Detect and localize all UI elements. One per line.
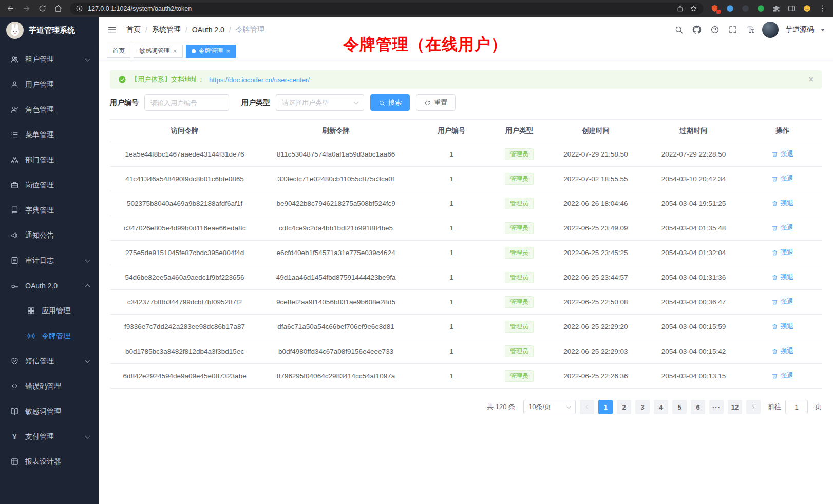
browser-home-icon[interactable]	[54, 4, 63, 13]
force-logout-button[interactable]: 强退	[771, 346, 793, 356]
font-size-icon[interactable]	[746, 25, 755, 34]
page-tab[interactable]: 首页	[107, 45, 130, 58]
chevron-down-icon[interactable]	[821, 29, 825, 31]
sidebar-item[interactable]: 短信管理	[0, 348, 99, 374]
search-icon[interactable]	[674, 25, 684, 34]
sidebar-item-label: 角色管理	[25, 105, 54, 114]
pagination-page-button[interactable]: 2	[617, 400, 631, 414]
sidebar-item-label: 应用管理	[42, 306, 70, 316]
force-logout-label: 强退	[780, 273, 793, 282]
sidebar-item[interactable]: 应用管理	[0, 298, 99, 323]
browser-back-icon[interactable]	[6, 4, 15, 13]
doc-link[interactable]: https://doc.iocoder.cn/user-center/	[209, 76, 310, 84]
force-logout-button[interactable]: 强退	[771, 371, 793, 380]
expire-time-cell: 2054-03-04 00:13:15	[643, 364, 743, 389]
chevron-down-icon	[354, 100, 359, 105]
sidebar-item-label: 支付管理	[25, 432, 54, 441]
sidebar-item[interactable]: ¥支付管理	[0, 424, 99, 449]
table-row: 54d6be82ee5a460a9aedc1f9bf22365649d1aa46…	[110, 265, 822, 290]
green-extension-icon[interactable]	[756, 4, 765, 13]
app-logo[interactable]: 芋道管理系统	[0, 17, 99, 44]
sidebar-item[interactable]: 用户管理	[0, 72, 99, 97]
sidebar-item[interactable]: 报表设计器	[0, 449, 99, 474]
browser-profile-avatar[interactable]	[803, 4, 811, 13]
token-table: 访问令牌刷新令牌用户编号用户类型创建时间过期时间操作 1ea5e44f8bc14…	[110, 119, 822, 389]
force-logout-button[interactable]: 强退	[771, 322, 793, 331]
sidebar-item[interactable]: 审计日志	[0, 248, 99, 273]
sidebar-item[interactable]: 菜单管理	[0, 122, 99, 147]
pagination-page-button[interactable]: 4	[654, 400, 668, 414]
reset-button[interactable]: 重置	[416, 94, 456, 111]
address-bar[interactable]: 127.0.0.1:1024/system/oauth2/token	[70, 3, 703, 15]
success-check-icon	[118, 75, 126, 84]
user-type-select[interactable]: 请选择用户类型	[276, 94, 364, 111]
help-icon[interactable]	[710, 25, 720, 34]
user-id-label: 用户编号	[110, 98, 139, 107]
share-icon[interactable]	[676, 5, 684, 12]
breadcrumb-item[interactable]: 首页	[126, 25, 141, 34]
breadcrumb-item[interactable]: OAuth 2.0	[192, 26, 224, 34]
sensitive-icon	[10, 407, 19, 416]
sidebar-item[interactable]: 岗位管理	[0, 172, 99, 198]
sidebar-item[interactable]: 令牌管理	[0, 323, 99, 348]
bookmark-star-icon[interactable]	[690, 5, 697, 12]
alert-close-icon[interactable]: ×	[809, 75, 813, 84]
breadcrumb-separator: /	[229, 26, 231, 34]
force-logout-button[interactable]: 强退	[771, 248, 793, 257]
alert-text: 【用户体系】文档地址：	[131, 75, 204, 84]
extensions-puzzle-icon[interactable]	[772, 4, 781, 13]
user-id-input[interactable]	[144, 94, 229, 111]
blue-extension-icon[interactable]	[726, 4, 734, 13]
sidebar-item[interactable]: 字典管理	[0, 198, 99, 223]
tab-close-icon[interactable]: ×	[226, 48, 231, 54]
breadcrumb-item[interactable]: 系统管理	[152, 25, 181, 34]
user-type-badge: 管理员	[505, 272, 534, 283]
pagination-prev-button[interactable]	[580, 400, 594, 414]
trash-icon	[771, 176, 778, 182]
page-size-select[interactable]: 10条/页	[523, 400, 576, 414]
user-avatar[interactable]	[762, 22, 779, 38]
pagination-page-button[interactable]: 1	[598, 400, 613, 414]
sidebar-item[interactable]: 错误码管理	[0, 374, 99, 399]
page-tab[interactable]: 敏感词管理×	[134, 45, 183, 58]
notice-icon	[10, 231, 19, 240]
refresh-token-cell: e6cfd40eb1f54571a31e775e039c4624	[259, 241, 412, 265]
dark-extension-icon[interactable]	[741, 4, 750, 13]
username[interactable]: 芋道源码	[785, 25, 814, 34]
sidebar-item[interactable]: 角色管理	[0, 97, 99, 122]
tab-close-icon[interactable]: ×	[173, 48, 177, 54]
sidebar-toggle-icon[interactable]	[107, 25, 117, 35]
sidebar-item[interactable]: OAuth 2.0	[0, 273, 99, 298]
pagination-page-button[interactable]: 5	[672, 400, 687, 414]
pagination-next-button[interactable]	[746, 400, 761, 414]
browser-reload-icon[interactable]	[38, 4, 47, 13]
split-view-icon[interactable]	[787, 4, 796, 13]
search-button[interactable]: 搜索	[370, 94, 410, 111]
goto-page-input[interactable]	[785, 400, 808, 414]
table-row: 6d842e2924594de9a09e45e087323abe8796295f…	[110, 364, 822, 389]
pagination-page-button[interactable]: 12	[728, 400, 742, 414]
force-logout-button[interactable]: 强退	[771, 273, 793, 282]
force-logout-button[interactable]: 强退	[771, 297, 793, 306]
force-logout-button[interactable]: 强退	[771, 174, 793, 183]
github-icon[interactable]	[692, 25, 702, 34]
action-cell: 强退	[744, 290, 822, 315]
sidebar-item[interactable]: 租户管理	[0, 47, 99, 72]
browser-extensions	[710, 4, 827, 13]
pagination-page-button[interactable]: 6	[691, 400, 705, 414]
page-tab[interactable]: 令牌管理×	[186, 45, 236, 58]
sidebar-item[interactable]: 部门管理	[0, 147, 99, 172]
fullscreen-icon[interactable]	[728, 25, 737, 34]
force-logout-button[interactable]: 强退	[771, 223, 793, 232]
browser-forward-icon[interactable]	[22, 4, 31, 13]
pagination-page-button[interactable]: 3	[635, 400, 650, 414]
pagination-more-button[interactable]: ···	[709, 400, 724, 414]
sidebar-item[interactable]: 敏感词管理	[0, 399, 99, 424]
force-logout-button[interactable]: 强退	[771, 149, 793, 159]
force-logout-button[interactable]: 强退	[771, 199, 793, 208]
chevron-down-icon	[85, 358, 90, 363]
site-info-icon[interactable]	[75, 5, 83, 12]
adblock-extension-icon[interactable]	[710, 4, 719, 13]
sidebar-item[interactable]: 通知公告	[0, 223, 99, 248]
browser-menu-icon[interactable]	[818, 4, 827, 13]
